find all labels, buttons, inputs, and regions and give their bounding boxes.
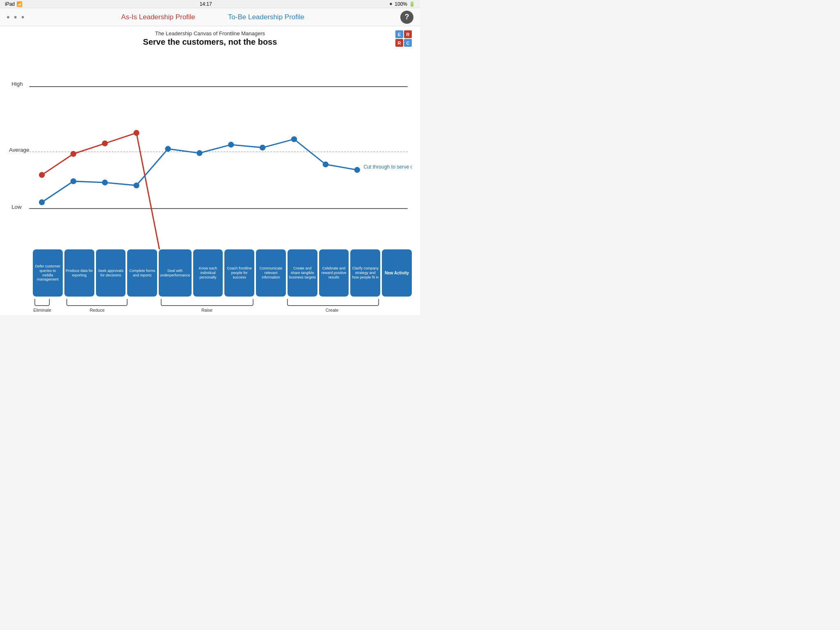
main-content: The Leadership Canvas of Frontline Manag… [0,26,420,315]
activity-4[interactable]: Deal with underperformance [159,249,192,297]
erc-c: C [404,39,412,47]
brace-label-reduce: Reduce [90,308,105,313]
blue-dot-3[interactable] [133,183,139,188]
menu-dots[interactable]: • • • [7,12,25,23]
device-label: iPad [5,1,15,7]
blue-dot-4[interactable] [165,146,171,152]
brace-create [288,299,379,306]
blue-dot-8[interactable] [291,136,297,142]
erc-r1: R [404,30,412,38]
y-label-low: Low [11,204,22,210]
red-dot-2[interactable] [102,140,108,146]
activity-7[interactable]: Communicate relevant information [256,249,286,297]
nav-bar: • • • As-Is Leadership Profile To-Be Lea… [0,8,420,26]
bottom-area: Defer customer queries to middle managem… [33,249,412,315]
activity-boxes: Defer customer queries to middle managem… [33,249,412,297]
brace-svg: Eliminate Reduce Raise Create [33,297,412,315]
blue-dot-6[interactable] [228,142,234,148]
to-be-title[interactable]: To-Be Leadership Profile [228,13,304,21]
new-activity-button[interactable]: New Activity [382,249,412,297]
brace-reduce [67,299,127,306]
brace-raise [161,299,253,306]
blue-dot-1[interactable] [71,178,76,184]
status-right: ✦ 100% 🔋 [389,1,415,7]
red-dot-0[interactable] [39,172,45,178]
help-button[interactable]: ? [400,11,413,24]
activity-2[interactable]: Seek approvals for decisions [96,249,126,297]
status-left: iPad 📶 [5,1,23,7]
brace-label-create: Create [326,308,339,313]
chart-svg: High Average Low [8,50,412,249]
status-bar: iPad 📶 14:17 ✦ 100% 🔋 [0,0,420,8]
blue-dot-7[interactable] [260,145,265,151]
blue-dot-2[interactable] [102,180,108,185]
chart-container: High Average Low [8,50,412,249]
activity-9[interactable]: Celebrate and reward positive results [319,249,349,297]
battery-icon: 🔋 [409,1,415,7]
blue-dot-0[interactable] [39,199,45,205]
erc-e: E [395,30,403,38]
activity-5[interactable]: Know each individual personally [193,249,223,297]
bluetooth-icon: ✦ [389,1,393,7]
chart-header: The Leadership Canvas of Frontline Manag… [8,30,412,47]
chart-title: Serve the customers, not the boss [8,37,412,47]
erc-logo: E R R C [395,30,412,47]
battery-label: 100% [395,1,407,7]
activity-8[interactable]: Create and share tangible business targe… [288,249,317,297]
blue-dot-9[interactable] [323,162,329,167]
activity-6[interactable]: Coach frontline people for success [224,249,254,297]
status-time: 14:17 [200,1,212,7]
blue-dot-5[interactable] [196,150,202,156]
wifi-icon: 📶 [16,1,23,7]
blue-annotation: Cut through to serve customers [363,164,412,170]
red-dot-3[interactable] [133,130,139,136]
y-label-average: Average [9,147,29,153]
as-is-title[interactable]: As-Is Leadership Profile [121,13,195,21]
red-dot-1[interactable] [71,151,76,157]
activity-3[interactable]: Complete forms and reports [127,249,157,297]
brace-label-eliminate: Eliminate [33,308,51,313]
blue-dot-10[interactable] [354,167,360,173]
activity-1[interactable]: Produce data for reporting [64,249,94,297]
erc-r2: R [395,39,403,47]
activity-0[interactable]: Defer customer queries to middle managem… [33,249,63,297]
y-label-high: High [11,81,23,87]
brace-eliminate [35,299,50,306]
brace-label-raise: Raise [201,308,212,313]
activity-10[interactable]: Clarify company strategy and how people … [350,249,380,297]
chart-subtitle: The Leadership Canvas of Frontline Manag… [8,30,412,37]
